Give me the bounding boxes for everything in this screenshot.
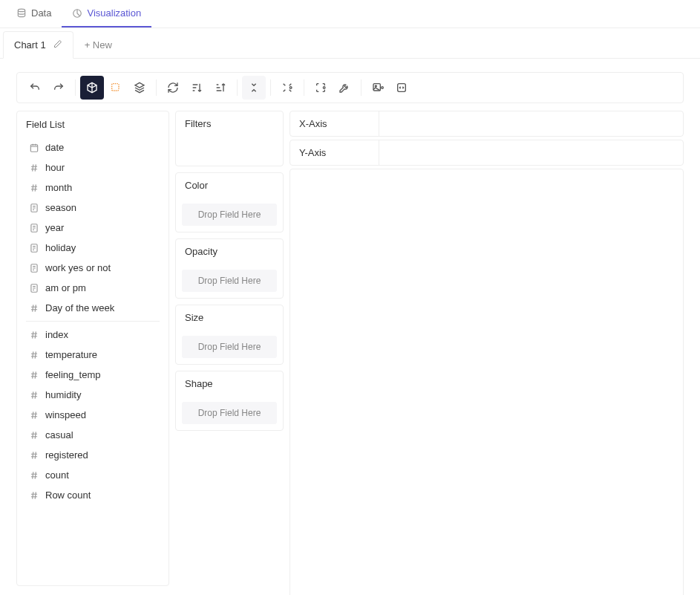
field-item[interactable]: Row count — [26, 485, 160, 505]
size-shelf[interactable]: Size Drop Field Here — [175, 305, 284, 365]
x-axis-drop[interactable] — [379, 111, 683, 136]
svg-rect-9 — [30, 144, 37, 151]
field-item[interactable]: registered — [26, 445, 160, 465]
columns: Field List datehourmonthseasonyearholida… — [16, 111, 684, 595]
field-item[interactable]: winspeed — [26, 405, 160, 425]
main-tabs: Data Visualization — [0, 0, 700, 28]
filters-drop[interactable] — [176, 136, 283, 166]
edit-icon[interactable] — [53, 39, 62, 51]
svg-rect-8 — [398, 84, 406, 92]
toolbar — [16, 72, 684, 103]
field-separator — [26, 321, 160, 322]
redo-button[interactable] — [47, 76, 71, 100]
field-item[interactable]: index — [26, 325, 160, 345]
number-icon — [29, 410, 39, 420]
field-item[interactable]: work yes or not — [26, 258, 160, 278]
fields-container: datehourmonthseasonyearholidaywork yes o… — [26, 137, 160, 505]
number-icon — [29, 390, 39, 400]
date-icon — [29, 143, 39, 153]
svg-point-6 — [375, 85, 376, 87]
chart-tab-1[interactable]: Chart 1 — [3, 31, 73, 59]
svg-rect-2 — [112, 84, 119, 91]
chart-canvas[interactable] — [290, 169, 684, 595]
field-label: Row count — [45, 490, 91, 501]
field-item[interactable]: count — [26, 465, 160, 485]
field-item[interactable]: Day of the week — [26, 298, 160, 318]
field-item[interactable]: date — [26, 137, 160, 157]
field-item[interactable]: temperature — [26, 345, 160, 365]
field-item[interactable]: am or pm — [26, 278, 160, 298]
chart-tabs: Chart 1 + New — [0, 31, 700, 59]
target-settings-button[interactable] — [309, 76, 333, 100]
x-axis-label: X-Axis — [290, 111, 379, 136]
field-item[interactable]: year — [26, 218, 160, 238]
size-drop[interactable]: Drop Field Here — [182, 336, 277, 358]
field-label: temperature — [45, 349, 97, 360]
opacity-shelf[interactable]: Opacity Drop Field Here — [175, 238, 284, 299]
svg-point-4 — [323, 87, 325, 89]
x-axis-shelf[interactable]: X-Axis — [290, 111, 684, 137]
expand-settings-button[interactable] — [275, 76, 299, 100]
code-button[interactable] — [390, 76, 413, 100]
field-item[interactable]: feeling_temp — [26, 365, 160, 385]
field-item[interactable]: month — [26, 178, 160, 198]
filters-shelf[interactable]: Filters — [175, 111, 284, 166]
shape-drop[interactable]: Drop Field Here — [182, 402, 277, 424]
sort-asc-button[interactable] — [185, 76, 209, 100]
undo-button[interactable] — [23, 76, 47, 100]
y-axis-drop[interactable] — [379, 140, 683, 165]
separator — [75, 79, 76, 96]
field-label: index — [45, 329, 68, 340]
text-icon — [29, 263, 39, 273]
text-icon — [29, 203, 39, 213]
field-label: date — [45, 142, 64, 153]
number-icon — [29, 330, 39, 340]
tab-visualization[interactable]: Visualization — [62, 0, 151, 27]
refresh-button[interactable] — [161, 76, 185, 100]
cube-button[interactable] — [80, 76, 104, 100]
field-label: registered — [45, 449, 88, 461]
shape-shelf[interactable]: Shape Drop Field Here — [175, 371, 284, 431]
chart-tab-new-label: + New — [85, 39, 112, 51]
image-settings-button[interactable] — [366, 76, 390, 100]
separator — [270, 79, 271, 96]
field-item[interactable]: holiday — [26, 238, 160, 258]
opacity-drop[interactable]: Drop Field Here — [182, 270, 277, 292]
chart-icon — [72, 8, 82, 19]
y-axis-shelf[interactable]: Y-Axis — [290, 140, 684, 166]
field-label: winspeed — [45, 409, 86, 420]
sort-desc-button[interactable] — [209, 76, 232, 100]
encoding-column: Filters Color Drop Field Here Opacity Dr… — [175, 111, 284, 431]
field-item[interactable]: season — [26, 198, 160, 218]
field-item[interactable]: casual — [26, 425, 160, 445]
field-label: holiday — [45, 242, 76, 253]
number-icon — [29, 370, 39, 380]
field-label: season — [45, 202, 76, 213]
number-icon — [29, 490, 39, 501]
svg-point-3 — [290, 87, 292, 89]
canvas-column: X-Axis Y-Axis — [290, 111, 684, 595]
tab-visualization-label: Visualization — [87, 7, 141, 19]
wrench-button[interactable] — [333, 76, 356, 100]
color-label: Color — [176, 173, 283, 198]
shape-label: Shape — [176, 371, 283, 396]
axes-button[interactable] — [242, 76, 266, 100]
field-item[interactable]: humidity — [26, 385, 160, 405]
layers-button[interactable] — [128, 76, 151, 100]
color-drop[interactable]: Drop Field Here — [182, 204, 277, 226]
chart-tab-new[interactable]: + New — [73, 31, 123, 58]
svg-point-7 — [382, 87, 384, 89]
number-icon — [29, 163, 39, 173]
select-button[interactable] — [104, 76, 128, 100]
separator — [237, 79, 238, 96]
field-label: hour — [45, 162, 65, 173]
color-shelf[interactable]: Color Drop Field Here — [175, 172, 284, 233]
text-icon — [29, 243, 39, 253]
field-label: humidity — [45, 389, 81, 400]
text-icon — [29, 223, 39, 233]
tab-data[interactable]: Data — [6, 0, 62, 27]
field-item[interactable]: hour — [26, 157, 160, 178]
chart-tab-1-label: Chart 1 — [14, 39, 46, 51]
separator — [304, 79, 304, 96]
field-label: am or pm — [45, 282, 86, 293]
